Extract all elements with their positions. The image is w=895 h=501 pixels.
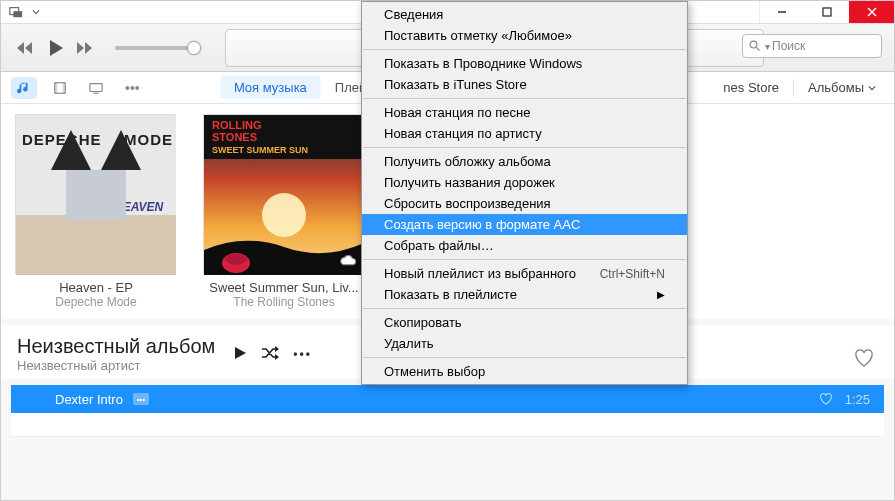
miniplayer-icon[interactable] [7,3,25,21]
album-item[interactable]: DEPECHE MODE HEAVEN Heaven - EP Depeche … [15,114,177,309]
chevron-down-icon[interactable] [31,3,41,21]
album-artist: The Rolling Stones [203,295,365,309]
selected-album-artist: Неизвестный артист [17,358,215,373]
menu-show-in-playlist[interactable]: Показать в плейлисте ▶ [362,284,687,305]
menu-new-playlist-from-selection[interactable]: Новый плейлист из выбранного Ctrl+Shift+… [362,263,687,284]
search-icon [749,40,761,52]
svg-point-21 [262,193,306,237]
volume-knob[interactable] [187,41,201,55]
cloud-icon [339,254,357,268]
tab-my-music[interactable]: Моя музыка [220,76,321,99]
chevron-down-icon: ▾ [765,41,770,52]
track-name: Dexter Intro [55,392,123,407]
album-cover[interactable]: DEPECHE MODE HEAVEN [15,114,175,274]
view-mode-dropdown[interactable]: Альбомы [800,80,884,95]
previous-button[interactable] [11,33,41,63]
menu-shortcut: Ctrl+Shift+N [600,267,665,281]
menu-info[interactable]: Сведения [362,4,687,25]
more-options-button[interactable]: ••• [293,347,312,361]
svg-rect-19 [66,170,126,220]
svg-rect-11 [90,83,102,91]
search-input[interactable]: ▾ Поиск [742,34,882,58]
submenu-arrow-icon: ▶ [657,289,665,300]
menu-show-in-explorer[interactable]: Показать в Проводнике Windows [362,53,687,74]
menu-new-station-artist[interactable]: Новая станция по артисту [362,123,687,144]
svg-text:DEPECHE: DEPECHE [22,131,102,148]
album-artist: Depeche Mode [15,295,177,309]
window-close-button[interactable] [849,1,894,23]
menu-mark-favorite[interactable]: Поставить отметку «Любимое» [362,25,687,46]
svg-rect-10 [63,82,66,93]
svg-text:MODE: MODE [124,131,173,148]
library-tv-tab[interactable] [83,77,109,99]
favorite-icon[interactable] [854,349,874,370]
favorite-icon[interactable] [819,393,833,405]
menu-get-tracknames[interactable]: Получить названия дорожек [362,172,687,193]
menu-copy[interactable]: Скопировать [362,312,687,333]
svg-text:STONES: STONES [212,131,257,143]
chevron-down-icon [868,84,876,92]
volume-slider[interactable] [115,46,195,50]
track-options-icon[interactable]: ••• [133,393,149,405]
menu-show-in-store[interactable]: Показать в iTunes Store [362,74,687,95]
track-list-spacer [11,413,884,437]
track-duration: 1:25 [845,392,870,407]
menu-new-station-song[interactable]: Новая станция по песне [362,102,687,123]
svg-text:SWEET SUMMER SUN: SWEET SUMMER SUN [212,145,308,155]
library-music-tab[interactable] [11,77,37,99]
menu-consolidate-files[interactable]: Собрать файлы… [362,235,687,256]
view-mode-label: Альбомы [808,80,864,95]
menu-item-label: Новый плейлист из выбранного [384,266,576,281]
menu-get-artwork[interactable]: Получить обложку альбома [362,151,687,172]
album-cover[interactable]: ROLLING STONES SWEET SUMMER SUN [203,114,363,274]
menu-deselect[interactable]: Отменить выбор [362,361,687,382]
library-movies-tab[interactable] [47,77,73,99]
next-button[interactable] [71,33,101,63]
svg-rect-14 [16,215,176,275]
album-item[interactable]: ROLLING STONES SWEET SUMMER SUN Sweet Su… [203,114,365,309]
menu-item-label: Показать в плейлисте [384,287,517,302]
menu-reset-plays[interactable]: Сбросить воспроизведения [362,193,687,214]
selected-album-title: Неизвестный альбом [17,335,215,358]
context-menu: Сведения Поставить отметку «Любимое» Пок… [361,1,688,385]
svg-text:ROLLING: ROLLING [212,119,262,131]
svg-rect-9 [55,82,58,93]
divider [793,79,794,97]
svg-rect-3 [823,8,831,16]
itunes-store-link[interactable]: nes Store [723,80,787,95]
menu-create-aac[interactable]: Создать версию в формате AAC [362,214,687,235]
play-album-button[interactable] [233,346,247,363]
library-more-button[interactable]: ••• [119,80,146,96]
play-button[interactable] [41,33,71,63]
album-title: Heaven - EP [15,280,177,295]
svg-point-6 [750,41,757,48]
track-row[interactable]: Dexter Intro ••• 1:25 [11,385,884,413]
window-minimize-button[interactable] [759,1,804,23]
svg-line-7 [757,48,760,51]
menu-delete[interactable]: Удалить [362,333,687,354]
shuffle-button[interactable] [261,346,279,363]
svg-rect-1 [13,11,22,17]
album-title: Sweet Summer Sun, Liv... [203,280,365,295]
search-placeholder: Поиск [772,39,805,53]
window-maximize-button[interactable] [804,1,849,23]
